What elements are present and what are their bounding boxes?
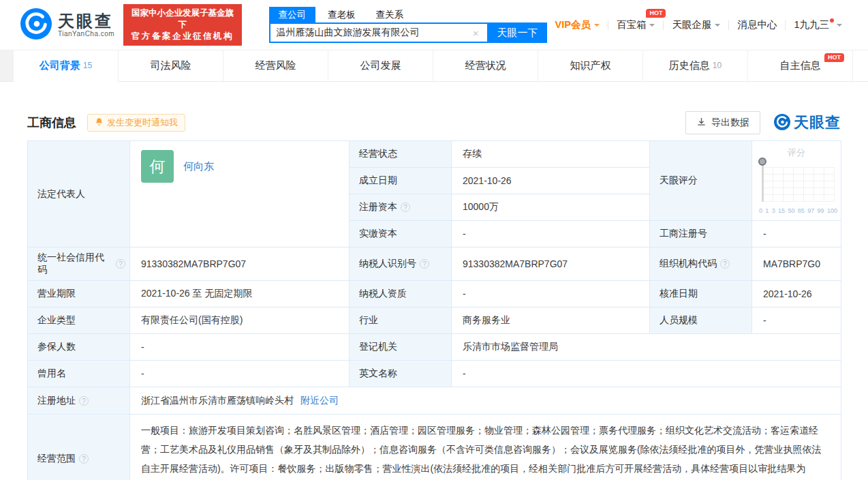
menu-toolbox[interactable]: HOT 百宝箱 xyxy=(608,18,664,31)
field-label-reg-capital: 注册资本 ? xyxy=(350,194,452,221)
nearby-companies-link[interactable]: 附近公司 xyxy=(300,395,339,407)
score-slider-pin[interactable] xyxy=(758,158,766,166)
tab-company-background[interactable]: 公司背景 15 xyxy=(14,50,119,82)
tab-count: 15 xyxy=(83,61,92,70)
tab-operation-risk[interactable]: 经营风险 xyxy=(223,50,328,82)
field-label-term: 营业期限 xyxy=(28,281,130,308)
field-label-former-name: 曾用名 xyxy=(28,361,130,387)
menu-message-label: 消息中心 xyxy=(737,18,777,31)
header-menu: VIP会员 HOT 百宝箱 天眼企服 消息中心 1九九三 xyxy=(547,18,850,31)
search-area: 查公司 查老板 查关系 温州雁荡山曲文旅游发展有限公司 × 天眼一下 xyxy=(269,7,547,43)
status-column: 经营状态 存续 成立日期 2021-10-26 注册资本 ? 10000万 实缴… xyxy=(350,141,650,247)
field-value-staff: - xyxy=(752,308,841,334)
search-input[interactable]: 温州雁荡山曲文旅游发展有限公司 × xyxy=(269,22,489,43)
menu-toolbox-label: 百宝箱 xyxy=(617,18,647,31)
help-icon[interactable]: ? xyxy=(720,259,730,269)
hot-badge: HOT xyxy=(646,9,666,18)
chevron-down-icon xyxy=(649,24,655,29)
tab-count: 10 xyxy=(713,61,722,70)
business-info-section-bar: 工商信息 发生变更时通知我 导出数据 天眼查 xyxy=(27,110,841,135)
field-label-insured: 参保人数 xyxy=(28,334,130,361)
notify-on-change-button[interactable]: 发生变更时通知我 xyxy=(87,114,185,132)
tab-operation-status[interactable]: 经营状况 xyxy=(433,50,538,82)
tab-history-info[interactable]: 历史信息 10 xyxy=(643,50,748,82)
top-header: 天眼查 TianYanCha.com 国家中小企业发展子基金旗下 官方备案企业征… xyxy=(0,0,868,50)
help-icon[interactable]: ? xyxy=(116,259,125,269)
field-value-paid-capital: - xyxy=(452,221,650,247)
table-row-insured: 参保人数 - 登记机关 乐清市市场监督管理局 xyxy=(28,334,841,361)
logo-title: 天眼查 xyxy=(58,12,114,30)
nav-left-gutter xyxy=(0,50,14,82)
table-row-address: 注册地址? 浙江省温州市乐清市雁荡镇响岭头村 附近公司 xyxy=(28,387,841,415)
field-label-legal-rep: 法定代表人 xyxy=(28,141,130,247)
tianyancha-logo[interactable]: 天眼查 TianYanCha.com xyxy=(20,8,114,42)
field-label-type: 企业类型 xyxy=(28,308,130,334)
search-button[interactable]: 天眼一下 xyxy=(489,22,547,43)
field-value-type: 有限责任公司(国有控股) xyxy=(130,308,350,334)
bell-icon xyxy=(95,117,104,128)
table-row-legal-rep: 法定代表人 何 何向东 经营状态 存续 成立日期 2021-10-26 注册资本… xyxy=(28,141,841,247)
chevron-down-icon xyxy=(837,24,842,29)
field-label-registry: 登记机关 xyxy=(350,334,452,361)
table-row-term: 营业期限 2021-10-26 至 无固定期限 纳税人资质 - 核准日期 202… xyxy=(28,281,841,308)
tab-label: 公司发展 xyxy=(360,59,401,72)
search-tab-company[interactable]: 查公司 xyxy=(269,7,316,22)
search-tabs: 查公司 查老板 查关系 xyxy=(269,7,547,22)
tianyan-score-chart: 评分 01 315 5085 9799 100 xyxy=(752,141,841,221)
help-icon[interactable]: ? xyxy=(401,202,410,212)
field-value-insured: - xyxy=(130,334,350,361)
field-value-org-code: MA7BRP7G0 xyxy=(752,247,841,281)
company-nav-tabs: 公司背景 15 司法风险 经营风险 公司发展 经营状况 知识产权 历史信息 10… xyxy=(0,50,868,82)
score-slider-track xyxy=(762,163,764,202)
hot-badge: HOT xyxy=(824,53,844,62)
field-label-taxpayer-id: 纳税人识别号? xyxy=(350,247,452,281)
menu-vip[interactable]: VIP会员 xyxy=(547,18,608,31)
table-row-former-name: 曾用名 - 英文名称 - xyxy=(28,361,841,387)
watermark-text: 天眼查 xyxy=(794,112,841,133)
export-data-button[interactable]: 导出数据 xyxy=(685,111,760,134)
field-value-approved: 2021-10-26 xyxy=(752,281,841,308)
field-label-english-name: 英文名称 xyxy=(350,361,452,387)
legal-rep-link[interactable]: 何向东 xyxy=(183,160,214,173)
help-icon[interactable]: ? xyxy=(420,259,429,269)
score-column: 天眼评分 评分 01 315 5085 9799 100 xyxy=(650,141,841,247)
field-label-approved: 核准日期 xyxy=(650,281,752,308)
field-label-scope: 经营范围? xyxy=(28,415,130,480)
field-value-credit-code: 91330382MA7BRP7G07 xyxy=(130,247,350,281)
tab-self-published-info[interactable]: 自主信息 HOT xyxy=(748,50,853,82)
table-row-type: 企业类型 有限责任公司(国有控股) 行业 商务服务业 人员规模 - xyxy=(28,308,841,334)
field-label-credit-code: 统一社会信用代码? xyxy=(28,247,130,281)
field-label-reg-no: 工商注册号 xyxy=(650,221,752,247)
field-value-industry: 商务服务业 xyxy=(452,308,650,334)
tab-company-development[interactable]: 公司发展 xyxy=(328,50,433,82)
avatar[interactable]: 何 xyxy=(141,150,174,183)
field-label-tianyan-score: 天眼评分 xyxy=(650,141,752,221)
tianyancha-logo-icon xyxy=(20,8,52,42)
search-tab-boss[interactable]: 查老板 xyxy=(320,7,364,22)
menu-account[interactable]: 1九九三 xyxy=(786,18,850,31)
score-chart-title: 评分 xyxy=(752,147,841,159)
table-row-credit-code: 统一社会信用代码? 91330382MA7BRP7G07 纳税人识别号? 913… xyxy=(28,247,841,281)
help-icon[interactable]: ? xyxy=(79,454,89,464)
menu-enterprise[interactable]: 天眼企服 xyxy=(664,18,728,31)
tab-intellectual-property[interactable]: 知识产权 xyxy=(538,50,643,82)
gov-certification-badge: 国家中小企业发展子基金旗下 官方备案企业征信机构 xyxy=(123,4,241,46)
menu-vip-label: VIP会员 xyxy=(555,18,591,31)
field-value-term: 2021-10-26 至 无固定期限 xyxy=(130,281,350,308)
tab-judicial-risk[interactable]: 司法风险 xyxy=(119,50,223,82)
tab-label: 公司背景 xyxy=(40,59,80,72)
export-button-label: 导出数据 xyxy=(711,117,749,129)
clear-search-icon[interactable]: × xyxy=(471,27,481,39)
tab-label: 经营状况 xyxy=(465,59,506,72)
menu-message-center[interactable]: 消息中心 xyxy=(729,18,785,31)
field-label-paid-capital: 实缴资本 xyxy=(350,221,452,247)
nav-right-gutter xyxy=(853,50,868,82)
field-value-reg-capital: 10000万 xyxy=(452,194,650,221)
search-tab-relation[interactable]: 查关系 xyxy=(368,7,412,22)
tab-label: 司法风险 xyxy=(151,59,191,72)
notify-button-label: 发生变更时通知我 xyxy=(107,117,178,129)
field-value-english-name: - xyxy=(452,361,841,387)
help-icon[interactable]: ? xyxy=(79,396,89,406)
field-value-address: 浙江省温州市乐清市雁荡镇响岭头村 附近公司 xyxy=(130,387,841,415)
field-value-scope: 一般项目：旅游开发项目策划咨询；名胜风景区管理；酒店管理；园区管理服务；物业管理… xyxy=(130,415,841,480)
